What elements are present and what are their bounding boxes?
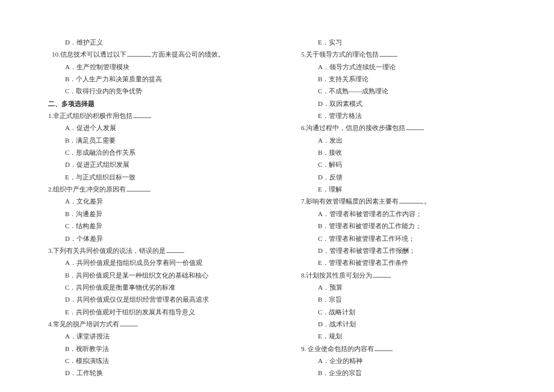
q1-option-a: A．促进个人发展 [48,122,253,134]
q5-option-b: B．支持关系理论 [301,73,506,85]
q6-option-e: E．理解 [301,183,506,195]
q2-option-d: D．个体差异 [48,232,253,244]
q7-option-d: D．管理者和被管理者工作报酬； [301,244,506,257]
blank [399,198,423,204]
q8-option-c: C．战略计划 [301,306,506,318]
q10-text-a: 10.信息技术可以透过以下 [52,51,126,58]
q4-text: 4.常见的脱产培训方式有 [48,320,119,328]
blank [126,185,151,191]
q8-option-d: D．战术计划 [301,318,506,330]
prev-option-d: D．维护正义 [48,36,253,48]
q5-option-c: C．不成熟——成熟理论 [301,85,506,97]
q3-option-e: E．共同价值观对于组织的发展具有指导意义 [48,306,253,318]
q2-text: 2.组织中产生冲突的原因有 [48,185,126,193]
q2-option-c: C．结构差异 [48,220,253,232]
q3-text: 3.下列有关共同价值观的说法，错误的是 [48,247,166,254]
q6-option-c: C．解码 [301,158,506,170]
q4-option-a: A．课堂讲授法 [48,330,253,342]
blank [120,320,138,326]
blank [127,51,151,57]
blank [406,125,424,131]
q9: 9. 企业使命包括的内容有 [301,343,506,355]
q8-option-e: E．规划 [301,330,506,342]
q4-option-c: C．模拟演练法 [48,355,253,367]
q10-option-c: C．取得行业内的竞争优势 [48,85,253,97]
q2-option-b: B．沟通差异 [48,208,253,220]
q5: 5.关于领导方式的理论包括 [301,48,506,60]
q5-option-e: E．管理方格法 [301,110,506,122]
q2: 2.组织中产生冲突的原因有 [48,183,253,195]
q7-text-a: 7.影响有效管理幅度的因素主要有 [301,198,399,205]
left-column: D．维护正义 10.信息技术可以透过以下方面来提高公司的绩效。 A．生产控制管理… [48,36,253,368]
q9-option-a: A．企业的精神 [301,355,506,367]
right-column: E．实习 5.关于领导方式的理论包括 A．领导方式连续统一理论 B．支持关系理论… [301,36,506,368]
q1: 1.非正式组织的积极作用包括 [48,110,253,122]
q10-text-b: 方面来提高公司的绩效。 [152,51,225,58]
q3: 3.下列有关共同价值观的说法，错误的是 [48,244,253,257]
q7-option-c: C．管理者和被管理者工作环境； [301,232,506,244]
q3-option-a: A．共同价值观是指组织成员分享着同一价值观 [48,257,253,269]
q8-option-b: B．宗旨 [301,293,506,305]
q1-text: 1.非正式组织的积极作用包括 [48,112,132,119]
q5-option-d: D．双因素模式 [301,98,506,110]
q4-option-d: D．工作轮换 [48,367,253,379]
q10-option-b: B．个人生产力和决策质量的提高 [48,73,253,85]
q7: 7.影响有效管理幅度的因素主要有。 [301,195,506,207]
q9-text: 9. 企业使命包括的内容有 [301,345,374,352]
q7-option-b: B．管理者和被管理者的工作能力； [301,220,506,232]
blank [379,51,397,57]
q3-option-b: B．共同价值观只是某一种组织文化的基础和核心 [48,269,253,281]
q6-text: 6.沟通过程中，信息的接收步骤包括 [301,124,405,131]
q4: 4.常见的脱产培训方式有 [48,318,253,330]
q1-option-c: C．形成融洽的合作关系 [48,146,253,158]
blank [375,345,393,351]
section-2-heading: 二、多项选择题 [48,98,253,110]
q7-option-a: A．管理者和被管理者的工作内容； [301,208,506,220]
q6-option-b: B．接收 [301,146,506,158]
blank [133,112,151,118]
q6-option-a: A．发出 [301,134,506,146]
q8-option-a: A．预算 [301,281,506,293]
q7-text-b: 。 [424,198,431,205]
q7-option-e: E．管理者和被管理者工作条件 [301,257,506,269]
q5-option-a: A．领导方式连续统一理论 [301,61,506,73]
q10-option-a: A．生产控制管理模块 [48,61,253,73]
q1-option-e: E．与正式组织目标一致 [48,171,253,183]
q6-option-d: D．反馈 [301,171,506,183]
prev-option-e: E．实习 [301,36,506,48]
q1-option-b: B．满足员工需要 [48,134,253,146]
blank [166,247,184,253]
q5-text: 5.关于领导方式的理论包括 [301,51,379,58]
q2-option-a: A．文化差异 [48,195,253,207]
q3-option-c: C．共同价值观是衡量事物优劣的标准 [48,281,253,293]
q1-option-d: D．促进正式组织发展 [48,158,253,170]
q4-option-b: B．视听教学法 [48,343,253,355]
q8: 8.计划按其性质可划分为 [301,269,506,281]
q6: 6.沟通过程中，信息的接收步骤包括 [301,122,506,134]
q10: 10.信息技术可以透过以下方面来提高公司的绩效。 [48,48,253,60]
q3-option-d: D．共同价值观仅仅是组织经营管理者的最高追求 [48,293,253,305]
blank [373,272,391,278]
q8-text: 8.计划按其性质可划分为 [301,272,372,279]
q9-option-b: B．企业的宗旨 [301,367,506,379]
